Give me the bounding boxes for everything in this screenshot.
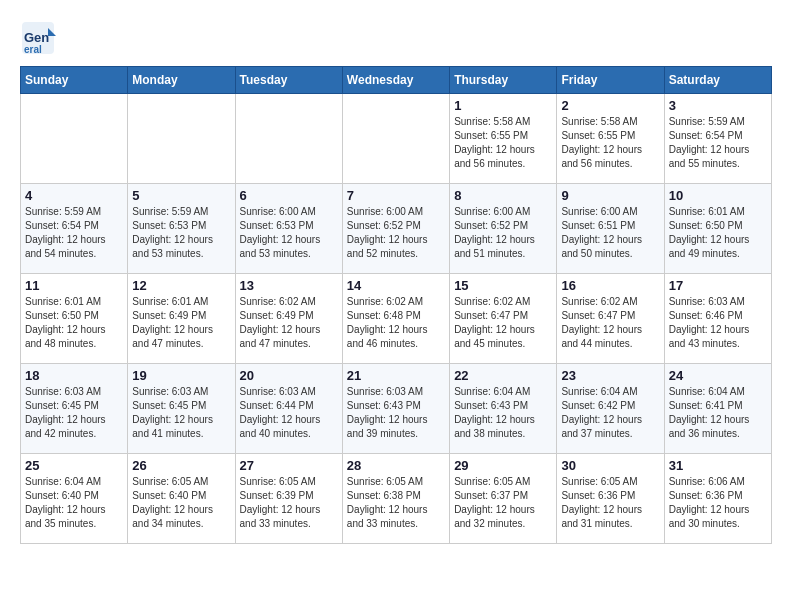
sunrise: Sunrise: 6:02 AM	[240, 295, 338, 309]
day-info: Sunrise: 6:05 AMSunset: 6:38 PMDaylight:…	[347, 475, 445, 531]
calendar-cell: 21Sunrise: 6:03 AMSunset: 6:43 PMDayligh…	[342, 364, 449, 454]
sunset: Sunset: 6:47 PM	[561, 309, 659, 323]
sunset: Sunset: 6:47 PM	[454, 309, 552, 323]
daylight: Daylight: 12 hours and 38 minutes.	[454, 413, 552, 441]
sunset: Sunset: 6:54 PM	[25, 219, 123, 233]
week-row-5: 25Sunrise: 6:04 AMSunset: 6:40 PMDayligh…	[21, 454, 772, 544]
logo-icon: Gen eral	[20, 20, 56, 56]
daylight: Daylight: 12 hours and 52 minutes.	[347, 233, 445, 261]
calendar-cell: 2Sunrise: 5:58 AMSunset: 6:55 PMDaylight…	[557, 94, 664, 184]
sunrise: Sunrise: 6:02 AM	[347, 295, 445, 309]
calendar-cell: 7Sunrise: 6:00 AMSunset: 6:52 PMDaylight…	[342, 184, 449, 274]
day-number: 18	[25, 368, 123, 383]
sunset: Sunset: 6:55 PM	[561, 129, 659, 143]
day-info: Sunrise: 6:00 AMSunset: 6:52 PMDaylight:…	[454, 205, 552, 261]
day-info: Sunrise: 6:02 AMSunset: 6:47 PMDaylight:…	[454, 295, 552, 351]
day-number: 12	[132, 278, 230, 293]
day-info: Sunrise: 6:03 AMSunset: 6:44 PMDaylight:…	[240, 385, 338, 441]
sunrise: Sunrise: 5:58 AM	[561, 115, 659, 129]
day-info: Sunrise: 6:00 AMSunset: 6:51 PMDaylight:…	[561, 205, 659, 261]
weekday-header-thursday: Thursday	[450, 67, 557, 94]
daylight: Daylight: 12 hours and 53 minutes.	[240, 233, 338, 261]
daylight: Daylight: 12 hours and 56 minutes.	[454, 143, 552, 171]
day-info: Sunrise: 6:05 AMSunset: 6:36 PMDaylight:…	[561, 475, 659, 531]
calendar-cell: 22Sunrise: 6:04 AMSunset: 6:43 PMDayligh…	[450, 364, 557, 454]
calendar-cell	[235, 94, 342, 184]
day-number: 8	[454, 188, 552, 203]
day-number: 15	[454, 278, 552, 293]
calendar-cell: 1Sunrise: 5:58 AMSunset: 6:55 PMDaylight…	[450, 94, 557, 184]
week-row-4: 18Sunrise: 6:03 AMSunset: 6:45 PMDayligh…	[21, 364, 772, 454]
weekday-header-sunday: Sunday	[21, 67, 128, 94]
day-info: Sunrise: 6:06 AMSunset: 6:36 PMDaylight:…	[669, 475, 767, 531]
calendar-cell: 12Sunrise: 6:01 AMSunset: 6:49 PMDayligh…	[128, 274, 235, 364]
day-info: Sunrise: 6:01 AMSunset: 6:50 PMDaylight:…	[25, 295, 123, 351]
daylight: Daylight: 12 hours and 44 minutes.	[561, 323, 659, 351]
day-number: 4	[25, 188, 123, 203]
daylight: Daylight: 12 hours and 34 minutes.	[132, 503, 230, 531]
daylight: Daylight: 12 hours and 56 minutes.	[561, 143, 659, 171]
day-info: Sunrise: 6:00 AMSunset: 6:53 PMDaylight:…	[240, 205, 338, 261]
sunrise: Sunrise: 6:05 AM	[132, 475, 230, 489]
sunset: Sunset: 6:40 PM	[132, 489, 230, 503]
weekday-header-friday: Friday	[557, 67, 664, 94]
daylight: Daylight: 12 hours and 42 minutes.	[25, 413, 123, 441]
sunrise: Sunrise: 6:00 AM	[454, 205, 552, 219]
day-number: 17	[669, 278, 767, 293]
week-row-2: 4Sunrise: 5:59 AMSunset: 6:54 PMDaylight…	[21, 184, 772, 274]
day-info: Sunrise: 5:58 AMSunset: 6:55 PMDaylight:…	[561, 115, 659, 171]
sunset: Sunset: 6:49 PM	[240, 309, 338, 323]
sunset: Sunset: 6:48 PM	[347, 309, 445, 323]
day-info: Sunrise: 6:03 AMSunset: 6:45 PMDaylight:…	[25, 385, 123, 441]
sunrise: Sunrise: 6:03 AM	[25, 385, 123, 399]
calendar-cell: 3Sunrise: 5:59 AMSunset: 6:54 PMDaylight…	[664, 94, 771, 184]
weekday-header-row: SundayMondayTuesdayWednesdayThursdayFrid…	[21, 67, 772, 94]
weekday-header-saturday: Saturday	[664, 67, 771, 94]
calendar-cell: 6Sunrise: 6:00 AMSunset: 6:53 PMDaylight…	[235, 184, 342, 274]
day-info: Sunrise: 6:04 AMSunset: 6:41 PMDaylight:…	[669, 385, 767, 441]
sunrise: Sunrise: 6:05 AM	[240, 475, 338, 489]
weekday-header-tuesday: Tuesday	[235, 67, 342, 94]
day-info: Sunrise: 5:59 AMSunset: 6:54 PMDaylight:…	[25, 205, 123, 261]
sunset: Sunset: 6:51 PM	[561, 219, 659, 233]
day-info: Sunrise: 5:59 AMSunset: 6:53 PMDaylight:…	[132, 205, 230, 261]
day-number: 28	[347, 458, 445, 473]
calendar-cell: 29Sunrise: 6:05 AMSunset: 6:37 PMDayligh…	[450, 454, 557, 544]
sunrise: Sunrise: 6:03 AM	[132, 385, 230, 399]
daylight: Daylight: 12 hours and 40 minutes.	[240, 413, 338, 441]
day-number: 22	[454, 368, 552, 383]
sunrise: Sunrise: 6:02 AM	[561, 295, 659, 309]
day-info: Sunrise: 6:05 AMSunset: 6:37 PMDaylight:…	[454, 475, 552, 531]
daylight: Daylight: 12 hours and 30 minutes.	[669, 503, 767, 531]
sunset: Sunset: 6:45 PM	[25, 399, 123, 413]
day-info: Sunrise: 6:03 AMSunset: 6:46 PMDaylight:…	[669, 295, 767, 351]
calendar-cell: 31Sunrise: 6:06 AMSunset: 6:36 PMDayligh…	[664, 454, 771, 544]
sunset: Sunset: 6:37 PM	[454, 489, 552, 503]
calendar-cell: 24Sunrise: 6:04 AMSunset: 6:41 PMDayligh…	[664, 364, 771, 454]
day-number: 21	[347, 368, 445, 383]
calendar-cell: 23Sunrise: 6:04 AMSunset: 6:42 PMDayligh…	[557, 364, 664, 454]
sunset: Sunset: 6:43 PM	[454, 399, 552, 413]
calendar-cell: 14Sunrise: 6:02 AMSunset: 6:48 PMDayligh…	[342, 274, 449, 364]
svg-text:Gen: Gen	[24, 30, 49, 45]
sunrise: Sunrise: 6:02 AM	[454, 295, 552, 309]
sunset: Sunset: 6:53 PM	[240, 219, 338, 233]
day-info: Sunrise: 5:59 AMSunset: 6:54 PMDaylight:…	[669, 115, 767, 171]
logo: Gen eral	[20, 20, 60, 56]
sunrise: Sunrise: 6:01 AM	[132, 295, 230, 309]
day-number: 10	[669, 188, 767, 203]
day-number: 31	[669, 458, 767, 473]
day-number: 3	[669, 98, 767, 113]
daylight: Daylight: 12 hours and 43 minutes.	[669, 323, 767, 351]
day-info: Sunrise: 6:02 AMSunset: 6:49 PMDaylight:…	[240, 295, 338, 351]
sunrise: Sunrise: 6:05 AM	[561, 475, 659, 489]
day-number: 25	[25, 458, 123, 473]
day-info: Sunrise: 6:05 AMSunset: 6:39 PMDaylight:…	[240, 475, 338, 531]
sunrise: Sunrise: 6:00 AM	[561, 205, 659, 219]
daylight: Daylight: 12 hours and 47 minutes.	[240, 323, 338, 351]
calendar-cell: 9Sunrise: 6:00 AMSunset: 6:51 PMDaylight…	[557, 184, 664, 274]
sunset: Sunset: 6:52 PM	[454, 219, 552, 233]
sunrise: Sunrise: 6:04 AM	[454, 385, 552, 399]
day-info: Sunrise: 6:04 AMSunset: 6:40 PMDaylight:…	[25, 475, 123, 531]
calendar-cell: 8Sunrise: 6:00 AMSunset: 6:52 PMDaylight…	[450, 184, 557, 274]
